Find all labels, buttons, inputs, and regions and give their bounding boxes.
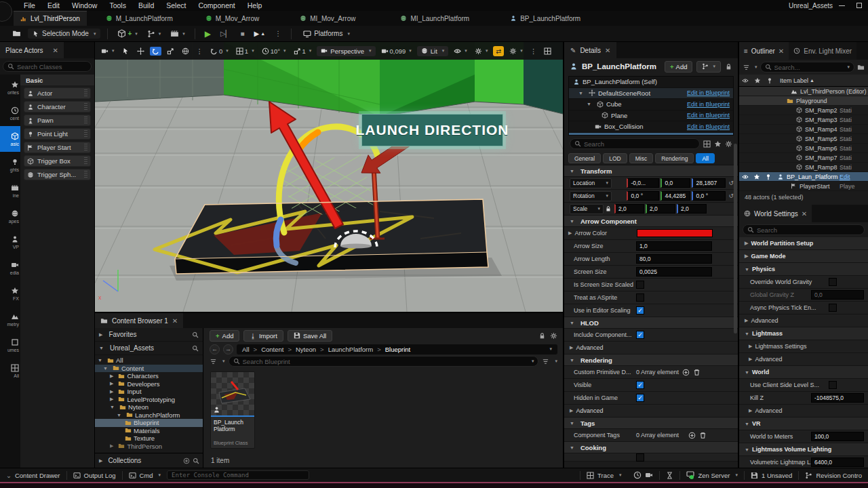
- screen-scaled-checkbox[interactable]: [636, 281, 644, 289]
- arrow-size-field[interactable]: 1,0: [636, 241, 712, 251]
- kill-z-field[interactable]: -1048575,0: [811, 393, 864, 403]
- save-all-button[interactable]: Save All: [288, 330, 332, 342]
- platforms-dropdown[interactable]: Platforms ▾: [298, 28, 355, 39]
- minimize-icon[interactable]: [833, 1, 850, 10]
- asset-card-bp-launchplatform[interactable]: BP_Launch Platform Blueprint Class: [210, 371, 255, 449]
- drag-handle[interactable]: [84, 157, 87, 165]
- cooking-checkbox[interactable]: [636, 453, 644, 462]
- component-defaultsceneroot[interactable]: ▼ DefaultSceneRoot Edit in Blueprint: [569, 88, 733, 100]
- location-dropdown[interactable]: Location▾: [570, 178, 612, 188]
- stop-button[interactable]: ■: [237, 28, 247, 39]
- scale-lock-icon[interactable]: [605, 205, 612, 212]
- location-y-field[interactable]: 0,0: [660, 178, 690, 188]
- section-world[interactable]: ▼World: [739, 366, 868, 379]
- drag-handle[interactable]: [84, 103, 87, 110]
- include-component-checkbox[interactable]: ✓: [636, 331, 644, 339]
- blueprints-button[interactable]: ▾: [144, 28, 164, 39]
- tree-item-texture[interactable]: Texture: [95, 434, 203, 443]
- play-button[interactable]: ▶: [202, 28, 214, 40]
- view-modes-icon[interactable]: ▾: [452, 47, 469, 56]
- tree-item-materials[interactable]: Materials: [95, 427, 203, 435]
- place-actor-point-light[interactable]: Point Light: [24, 128, 91, 140]
- add-collection-icon[interactable]: [183, 458, 190, 464]
- rail-lights[interactable]: ghts: [0, 152, 20, 178]
- frame-skip-button[interactable]: ▷▏: [218, 28, 233, 39]
- details-tab[interactable]: ✎ Details ✕: [564, 42, 616, 58]
- star-icon[interactable]: [753, 174, 760, 180]
- chevron-down-icon[interactable]: ▾: [549, 346, 552, 352]
- rail-cinematic[interactable]: ine: [0, 178, 20, 203]
- world-space-icon[interactable]: [180, 47, 191, 56]
- outliner-row-selected[interactable]: BP_Laun_Platform Edit: [739, 172, 868, 182]
- crumb-launchplatform[interactable]: LaunchPlatform: [328, 346, 374, 353]
- content-drawer-icon[interactable]: [9, 28, 24, 39]
- world-settings-search-input[interactable]: [757, 226, 860, 234]
- edit-in-blueprint-link[interactable]: Edit in Blueprint: [687, 112, 730, 119]
- menu-edit[interactable]: Edit: [41, 1, 66, 9]
- rail-favorites[interactable]: orites: [0, 75, 20, 100]
- reset-location-icon[interactable]: ↺: [728, 180, 734, 186]
- tree-item-thirdperson[interactable]: ▶ThirdPerson: [95, 443, 203, 451]
- tree-item-nyteon[interactable]: ▼Nyteon: [95, 403, 203, 411]
- outliner-row-level[interactable]: Lvl_ThirdPerson (Editor): [739, 87, 868, 96]
- tab-all[interactable]: All: [696, 153, 714, 163]
- item-label-column[interactable]: Item Label: [780, 77, 808, 84]
- section-lightmass[interactable]: ▼Lightmass: [739, 327, 868, 340]
- tree-item-levelprototyping[interactable]: ▶LevelPrototyping: [95, 396, 203, 404]
- outliner-tab[interactable]: ≡ Outliner ✕: [739, 42, 789, 60]
- menu-file[interactable]: File: [18, 1, 41, 9]
- lightmass-settings-row[interactable]: ▶Lightmass Settings: [739, 340, 868, 353]
- place-actor-trigger-sphere[interactable]: Trigger Sph...: [24, 169, 91, 180]
- crumb-nyteon[interactable]: Nyteon: [296, 346, 316, 353]
- world-advanced-row[interactable]: ▶Advanced: [739, 405, 868, 418]
- outliner-row-mesh[interactable]: SM_Ramp2Stati: [739, 106, 868, 115]
- add-actor-button[interactable]: +▾: [115, 28, 140, 39]
- trash-icon[interactable]: [693, 369, 701, 376]
- outliner-row-mesh[interactable]: SM_Ramp6Stati: [739, 144, 868, 153]
- details-search[interactable]: [570, 138, 700, 149]
- rotation-x-field[interactable]: 0,0 °: [627, 191, 659, 201]
- console-input[interactable]: [172, 472, 304, 479]
- search-icon[interactable]: [192, 331, 199, 338]
- tree-item-content[interactable]: ▼Content: [95, 365, 203, 373]
- star-icon[interactable]: [754, 77, 761, 84]
- env-light-mixer-tab[interactable]: Env. Light Mixer: [789, 42, 856, 60]
- visible-checkbox[interactable]: ✓: [636, 381, 644, 389]
- section-arrow-component[interactable]: ▼Arrow Component: [564, 216, 738, 227]
- tab-material-mov-arrow[interactable]: M_Mov_Arrow: [199, 11, 266, 26]
- lock-icon[interactable]: [538, 332, 546, 340]
- rail-shapes[interactable]: apes: [0, 203, 20, 229]
- section-tags[interactable]: ▼Tags: [564, 418, 738, 429]
- viewport-scene[interactable]: x: [95, 42, 563, 312]
- scale-snap-toggle[interactable]: 1▾: [292, 47, 314, 56]
- gear-icon[interactable]: [550, 332, 557, 340]
- edit-in-blueprint-link[interactable]: Edit in Blueprint: [687, 101, 730, 108]
- tree-item-all[interactable]: ▼All: [95, 357, 203, 365]
- scale-z-field[interactable]: 2,0: [677, 204, 707, 214]
- menu-help[interactable]: Help: [241, 1, 269, 9]
- component-self[interactable]: BP_LaunchPlatform (Self): [569, 77, 733, 88]
- trash-icon[interactable]: [699, 432, 707, 439]
- rail-vp[interactable]: VP: [0, 229, 20, 255]
- rotate-tool[interactable]: [150, 47, 161, 56]
- details-search-input[interactable]: [584, 140, 695, 148]
- more-dots-icon[interactable]: ⋮: [195, 47, 205, 56]
- place-actor-trigger-box[interactable]: Trigger Box: [24, 155, 91, 167]
- close-icon[interactable]: ✕: [802, 210, 807, 218]
- forward-button[interactable]: →: [223, 344, 233, 354]
- physics-advanced-row[interactable]: ▶Advanced: [739, 314, 868, 327]
- global-gravity-field[interactable]: 0,0: [811, 290, 864, 300]
- sort-icon[interactable]: [542, 358, 549, 365]
- camera-speed-control[interactable]: 0,099▾: [379, 47, 414, 56]
- menu-tools[interactable]: Tools: [103, 1, 132, 9]
- lit-dropdown[interactable]: Lit▾: [417, 46, 449, 56]
- close-icon[interactable]: ✕: [778, 47, 784, 55]
- place-actor-character[interactable]: Character: [24, 101, 91, 113]
- hidden-in-game-checkbox[interactable]: ✓: [636, 394, 644, 402]
- close-icon[interactable]: ✕: [172, 317, 178, 325]
- menu-window[interactable]: Window: [66, 1, 103, 9]
- edit-in-blueprint-link[interactable]: Edit in Blueprint: [687, 89, 730, 96]
- component-box-collision[interactable]: Box_Collision Edit in Blueprint: [569, 121, 733, 133]
- tab-lod[interactable]: LOD: [603, 153, 627, 163]
- zen-server-dropdown[interactable]: Zen Server ▾: [680, 468, 744, 482]
